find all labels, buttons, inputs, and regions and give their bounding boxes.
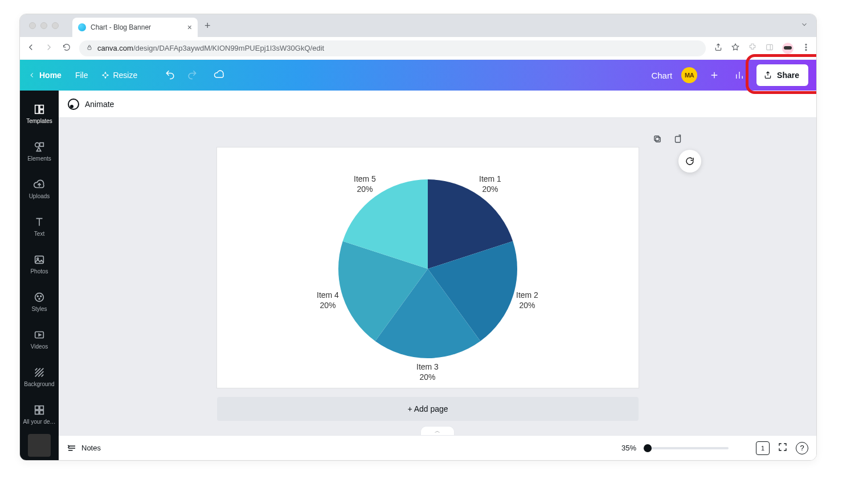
sidebar-item-uploads[interactable]: Uploads bbox=[20, 170, 59, 207]
svg-point-2 bbox=[805, 44, 807, 45]
notes-button[interactable]: Notes bbox=[67, 443, 101, 453]
zoom-dot[interactable] bbox=[52, 22, 59, 29]
duplicate-page-icon[interactable] bbox=[652, 134, 662, 146]
browser-window: Chart - Blog Banner × + canva.com/design… bbox=[19, 14, 817, 461]
profile-avatar-icon[interactable] bbox=[782, 43, 793, 54]
regenerate-button[interactable] bbox=[678, 150, 701, 173]
page-actions bbox=[652, 134, 683, 146]
lock-icon bbox=[86, 44, 93, 52]
svg-point-3 bbox=[805, 47, 807, 48]
fullscreen-icon[interactable] bbox=[778, 442, 788, 454]
pie-chart[interactable]: Item 120%Item 220%Item 320%Item 420%Item… bbox=[217, 147, 639, 388]
svg-rect-20 bbox=[40, 410, 43, 413]
topbar-left: Home File Resize bbox=[28, 69, 225, 82]
document-title[interactable]: Chart bbox=[651, 71, 672, 80]
collapse-handle[interactable]: ︿ bbox=[420, 426, 455, 435]
canvas-page[interactable]: Item 120%Item 220%Item 320%Item 420%Item… bbox=[217, 147, 639, 388]
page-count-label: 1 bbox=[761, 445, 764, 452]
pie-slice-label: Item 420% bbox=[317, 290, 339, 310]
context-bar: Animate bbox=[59, 91, 816, 118]
svg-rect-21 bbox=[656, 137, 660, 142]
new-tab-button[interactable]: + bbox=[204, 20, 211, 32]
svg-point-4 bbox=[805, 50, 807, 51]
sidebar-item-templates[interactable]: Templates bbox=[20, 95, 59, 132]
svg-rect-1 bbox=[767, 44, 773, 50]
home-label: Home bbox=[39, 71, 62, 80]
pie-slice-label: Item 320% bbox=[416, 362, 439, 382]
sidebar-item-elements[interactable]: Elements bbox=[20, 133, 59, 169]
sidebar-bottom-thumbnail[interactable] bbox=[28, 434, 51, 457]
add-collab-icon[interactable] bbox=[706, 67, 722, 83]
pie-slice-label: Item 220% bbox=[516, 290, 538, 310]
page-indicator[interactable]: 1 bbox=[756, 441, 770, 455]
home-button[interactable]: Home bbox=[28, 71, 62, 80]
sidebar-item-background[interactable]: Background bbox=[20, 358, 59, 395]
sidebar-item-videos[interactable]: Videos bbox=[20, 321, 59, 357]
share-url-icon[interactable] bbox=[714, 43, 723, 54]
svg-point-15 bbox=[39, 298, 40, 299]
extensions-icon[interactable] bbox=[748, 43, 757, 54]
sidebar-item-label: Videos bbox=[31, 343, 48, 350]
svg-rect-7 bbox=[40, 109, 43, 113]
animate-label: Animate bbox=[85, 100, 114, 109]
url-right bbox=[714, 43, 811, 54]
forward-icon bbox=[44, 42, 54, 54]
file-menu[interactable]: File bbox=[75, 71, 88, 80]
zoom-thumb[interactable] bbox=[644, 444, 652, 452]
left-sidebar: Templates Elements Uploads Text Photos bbox=[20, 91, 59, 460]
topbar-right: Chart MA Share bbox=[651, 64, 808, 86]
animate-icon bbox=[68, 99, 79, 110]
sidebar-item-label: Templates bbox=[26, 118, 52, 124]
app: Home File Resize Chart MA bbox=[20, 60, 816, 460]
sidebar-item-more[interactable]: All your de… bbox=[20, 396, 59, 432]
svg-point-13 bbox=[37, 296, 38, 297]
kebab-icon[interactable] bbox=[801, 43, 811, 54]
close-dot[interactable] bbox=[29, 22, 36, 29]
svg-rect-22 bbox=[655, 136, 659, 141]
new-page-icon[interactable] bbox=[673, 134, 683, 146]
sidebar-item-label: Styles bbox=[31, 306, 47, 312]
svg-point-12 bbox=[35, 293, 44, 301]
resize-button[interactable]: Resize bbox=[101, 71, 137, 80]
traffic-lights bbox=[20, 22, 59, 29]
share-button[interactable]: Share bbox=[756, 64, 808, 86]
svg-rect-9 bbox=[40, 142, 43, 146]
svg-rect-19 bbox=[35, 410, 39, 413]
reload-icon[interactable] bbox=[62, 43, 71, 54]
undo-icon[interactable] bbox=[165, 69, 176, 82]
app-topbar: Home File Resize Chart MA bbox=[20, 60, 816, 91]
insights-icon[interactable] bbox=[731, 67, 747, 83]
help-icon[interactable]: ? bbox=[796, 442, 808, 454]
url-text: canva.com/design/DAFAp3aywdM/KION99mPUEp… bbox=[97, 44, 324, 52]
cloud-sync-icon[interactable] bbox=[214, 69, 225, 82]
canvas-area[interactable]: Item 120%Item 220%Item 320%Item 420%Item… bbox=[59, 118, 816, 435]
add-page-label: + Add page bbox=[407, 404, 448, 413]
animate-button[interactable]: Animate bbox=[68, 99, 114, 110]
user-avatar-badge[interactable]: MA bbox=[681, 67, 697, 83]
svg-rect-0 bbox=[88, 47, 91, 50]
sidebar-item-styles[interactable]: Styles bbox=[20, 283, 59, 319]
close-tab-icon[interactable]: × bbox=[187, 23, 192, 32]
add-page-button[interactable]: + Add page bbox=[217, 397, 639, 421]
svg-point-14 bbox=[40, 296, 42, 297]
zoom-slider[interactable] bbox=[643, 447, 729, 449]
url-field[interactable]: canva.com/design/DAFAp3aywdM/KION99mPUEp… bbox=[79, 40, 706, 56]
sidebar-item-text[interactable]: Text bbox=[20, 208, 59, 244]
svg-point-8 bbox=[35, 142, 39, 146]
tab-title: Chart - Blog Banner bbox=[91, 23, 151, 31]
zoom-control: 35% bbox=[621, 444, 729, 452]
tabs-overflow-icon[interactable] bbox=[800, 21, 808, 31]
sidebar-item-photos[interactable]: Photos bbox=[20, 245, 59, 282]
sidebar-item-label: All your de… bbox=[23, 419, 55, 425]
zoom-value[interactable]: 35% bbox=[621, 444, 636, 452]
browser-tab[interactable]: Chart - Blog Banner × bbox=[72, 18, 198, 37]
sidebar-item-label: Uploads bbox=[29, 193, 50, 199]
pie-slice-label: Item 520% bbox=[354, 174, 376, 194]
star-icon[interactable] bbox=[731, 43, 740, 54]
minimize-dot[interactable] bbox=[40, 22, 47, 29]
back-icon[interactable] bbox=[26, 42, 36, 54]
nav-icons bbox=[26, 42, 71, 54]
below-topbar: Templates Elements Uploads Text Photos bbox=[20, 91, 816, 460]
panel-icon[interactable] bbox=[765, 43, 774, 54]
pie-slice-label: Item 120% bbox=[479, 174, 501, 194]
